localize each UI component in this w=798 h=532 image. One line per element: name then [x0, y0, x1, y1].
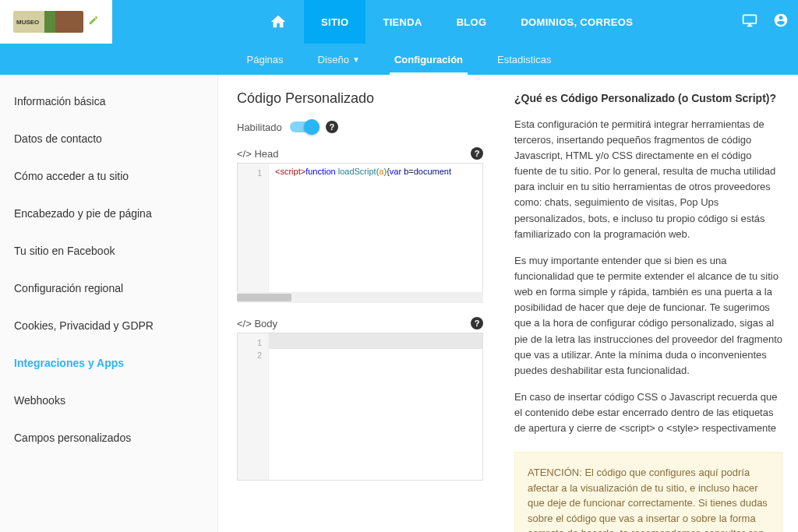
- topnav-item[interactable]: SITIO: [304, 0, 365, 44]
- brand: MUSEO: [0, 0, 112, 44]
- help-panel: ¿Qué es Código Personalizado (o Custom S…: [499, 75, 798, 532]
- body-code-editor[interactable]: 12: [237, 333, 483, 481]
- help-text: En caso de insertar código CSS o Javascr…: [514, 389, 782, 436]
- help-text: Esta configuración te permitirá integrar…: [514, 117, 782, 242]
- sidebar-item[interactable]: Tu sitio en Facebook: [0, 232, 217, 270]
- warning-alert: ATENCIÓN: El código que configures aquí …: [514, 452, 782, 532]
- desktop-icon[interactable]: [742, 12, 757, 31]
- chevron-down-icon: ▼: [352, 55, 360, 64]
- sidebar-item[interactable]: Webhooks: [0, 382, 217, 419]
- subnav-item[interactable]: Configuración: [380, 44, 477, 75]
- help-text: Es muy importante entender que si bien e…: [514, 253, 782, 379]
- sidebar-item[interactable]: Cookies, Privacidad y GDPR: [0, 307, 217, 344]
- subnav-item[interactable]: Estadisticas: [483, 44, 565, 75]
- help-icon[interactable]: ?: [471, 147, 483, 160]
- sidebar-item[interactable]: Integraciones y Apps: [0, 344, 217, 382]
- sidebar-item[interactable]: Información básica: [0, 83, 217, 120]
- subnav-item[interactable]: Diseño▼: [304, 44, 374, 75]
- brand-logo: MUSEO: [13, 11, 83, 33]
- topnav-item[interactable]: BLOG: [440, 0, 504, 44]
- help-icon[interactable]: ?: [471, 317, 483, 329]
- sidebar: Información básicaDatos de contactoCómo …: [0, 75, 218, 532]
- account-icon[interactable]: [773, 12, 789, 31]
- sidebar-item[interactable]: Datos de contacto: [0, 120, 217, 157]
- topnav-item[interactable]: TIENDA: [365, 0, 439, 44]
- sidebar-item[interactable]: Cómo acceder a tu sitio: [0, 157, 217, 195]
- page-title: Código Personalizado: [237, 90, 483, 107]
- help-icon[interactable]: ?: [326, 121, 338, 133]
- subnav-item[interactable]: Páginas: [233, 44, 298, 75]
- enabled-label: Habilitado: [237, 122, 282, 133]
- head-code-editor[interactable]: 1 <script>function loadScript(a){var b=d…: [237, 163, 483, 303]
- body-section-label: </> Body: [237, 318, 277, 329]
- pencil-icon[interactable]: [88, 15, 99, 29]
- enabled-toggle[interactable]: [290, 122, 318, 132]
- sidebar-item[interactable]: Configuración regional: [0, 270, 217, 307]
- topnav-item[interactable]: DOMINIOS, CORREOS: [503, 0, 650, 44]
- main-panel: Código Personalizado Habilitado ? </> He…: [218, 75, 499, 532]
- home-tab[interactable]: [252, 0, 304, 44]
- top-nav: MUSEO SITIOTIENDABLOGDOMINIOS, CORREOS: [0, 0, 798, 44]
- sidebar-item[interactable]: Encabezado y pie de página: [0, 195, 217, 232]
- head-section-label: </> Head: [237, 148, 279, 160]
- sub-nav: PáginasDiseño▼ConfiguraciónEstadisticas: [0, 44, 798, 75]
- sidebar-item[interactable]: Campos personalizados: [0, 419, 217, 456]
- help-heading: ¿Qué es Código Personalizado (o Custom S…: [514, 90, 782, 107]
- scrollbar[interactable]: [237, 292, 483, 303]
